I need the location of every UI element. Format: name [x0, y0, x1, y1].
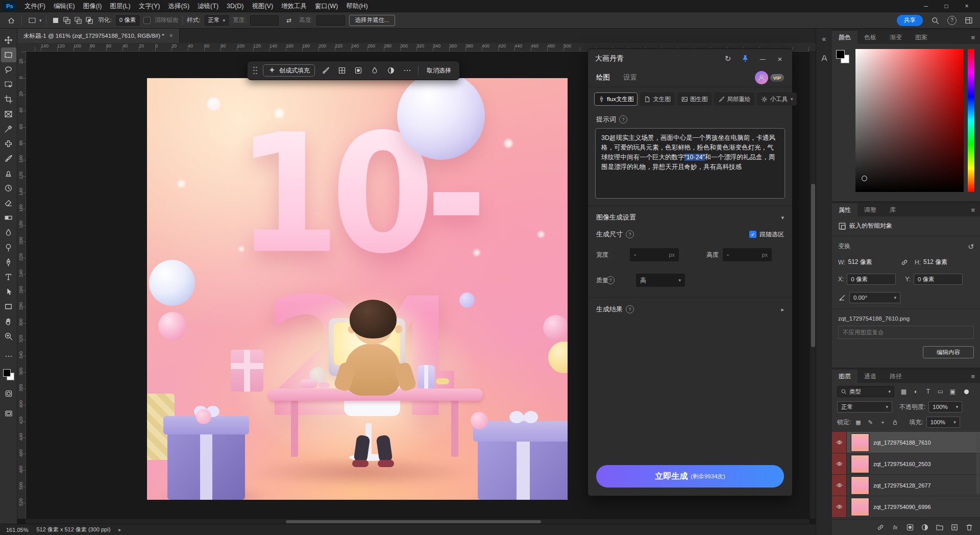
- feather-input[interactable]: 0 像素: [116, 15, 140, 26]
- height-input[interactable]: [316, 15, 345, 26]
- layer-list-scrollbar[interactable]: [976, 433, 979, 494]
- help-icon[interactable]: ?: [947, 16, 957, 25]
- layer-filter-icon[interactable]: T: [924, 387, 933, 396]
- refresh-icon[interactable]: ↻: [723, 54, 733, 64]
- blur-tool[interactable]: [1, 225, 16, 240]
- opacity-input[interactable]: 100% ▾: [928, 401, 962, 412]
- path-selection-tool[interactable]: [1, 284, 16, 299]
- filter-toggle[interactable]: [964, 390, 969, 394]
- x-position-input[interactable]: 0 像素: [847, 274, 896, 285]
- panel-menu-icon[interactable]: ≡: [966, 31, 980, 44]
- mode-tab-2[interactable]: 文生图: [640, 92, 675, 106]
- dodge-tool[interactable]: [1, 240, 16, 255]
- subtract-selection-icon[interactable]: [73, 14, 83, 27]
- menubar-item[interactable]: 滤镜(T): [193, 0, 223, 12]
- delete-layer-icon[interactable]: [965, 523, 974, 532]
- tab-libraries[interactable]: 库: [883, 203, 902, 216]
- rect-marquee-tool[interactable]: [1, 47, 16, 62]
- layer-row[interactable]: zqt_1729754160_2503: [832, 453, 980, 475]
- menubar-item[interactable]: 选择(S): [164, 0, 193, 12]
- home-icon[interactable]: [5, 14, 17, 27]
- fill-input[interactable]: 100% ▾: [926, 417, 960, 428]
- menubar-item[interactable]: 图像(I): [79, 0, 106, 12]
- layer-visibility-toggle[interactable]: [832, 475, 847, 496]
- tab-settings[interactable]: 设置: [623, 73, 637, 82]
- quality-help-icon[interactable]: ?: [606, 276, 615, 284]
- layer-comp-select[interactable]: 不应用图层复合: [838, 326, 974, 339]
- taskbar-mask-icon[interactable]: [353, 65, 364, 76]
- select-and-mask-button[interactable]: 选择并遮住...: [349, 15, 395, 26]
- taskbar-adjustment-icon[interactable]: [385, 65, 397, 76]
- spot-healing-tool[interactable]: [1, 136, 16, 151]
- mode-tab-1[interactable]: flux文生图: [594, 92, 638, 106]
- layer-filter-icon[interactable]: ◐: [912, 387, 920, 396]
- panel-menu-icon[interactable]: ≡: [966, 203, 980, 216]
- tab-swatches[interactable]: 色板: [857, 31, 883, 44]
- menubar-item[interactable]: 文件(F): [20, 0, 50, 12]
- tab-color[interactable]: 颜色: [832, 31, 857, 44]
- prompt-help-icon[interactable]: ?: [619, 115, 627, 124]
- foreground-color-swatch[interactable]: [836, 50, 845, 59]
- mode-tab-4[interactable]: 局部重绘: [714, 92, 754, 106]
- layer-visibility-toggle[interactable]: [832, 432, 847, 453]
- results-section-header[interactable]: 生成结果 ? ▸: [588, 298, 792, 321]
- menubar-item[interactable]: 视图(V): [248, 0, 277, 12]
- deselect-button[interactable]: 取消选择: [424, 66, 454, 76]
- menubar-item[interactable]: 文字(Y): [135, 0, 164, 12]
- tab-draw[interactable]: 绘图: [596, 73, 610, 82]
- pin-icon[interactable]: [740, 54, 750, 64]
- lasso-tool[interactable]: [1, 62, 16, 77]
- screen-mode-button[interactable]: [1, 406, 16, 421]
- type-tool[interactable]: [1, 270, 16, 284]
- link-layers-icon[interactable]: [876, 523, 885, 532]
- clone-stamp-tool[interactable]: [1, 166, 16, 181]
- layer-thumbnail[interactable]: [851, 476, 869, 495]
- layer-thumbnail[interactable]: [851, 433, 869, 452]
- layer-filter-icon[interactable]: ▭: [936, 387, 945, 396]
- quick-mask-button[interactable]: [1, 386, 16, 401]
- minimize-icon[interactable]: ─: [757, 54, 768, 64]
- mode-tab-3[interactable]: 图生图: [677, 92, 712, 106]
- prompt-textarea[interactable]: 3D超现实主义场景，画面中心是一个男孩坐在电脑前，卡通风格，可爱的玩具元素，色彩…: [595, 128, 785, 199]
- tab-channels[interactable]: 通道: [857, 370, 883, 383]
- add-mask-icon[interactable]: [905, 523, 915, 532]
- zoom-tool[interactable]: [1, 329, 16, 344]
- foreground-color-swatch[interactable]: [3, 369, 11, 377]
- foreground-background-swatches[interactable]: [836, 50, 851, 65]
- reset-transform-icon[interactable]: ↺: [968, 242, 974, 251]
- menubar-item[interactable]: 图层(L): [106, 0, 134, 12]
- layer-filter-select[interactable]: 类型 ▾: [837, 386, 894, 397]
- add-selection-icon[interactable]: [62, 14, 72, 27]
- status-chevron-icon[interactable]: ▸: [118, 527, 121, 532]
- layer-visibility-toggle[interactable]: [832, 453, 847, 474]
- generative-fill-button[interactable]: 创成式填充: [263, 64, 315, 77]
- results-help-icon[interactable]: ?: [626, 305, 634, 313]
- close-icon[interactable]: ×: [775, 54, 785, 64]
- layer-filter-icon[interactable]: ▣: [948, 387, 957, 396]
- new-layer-icon[interactable]: [950, 523, 959, 532]
- follow-selection-checkbox[interactable]: ✓: [749, 231, 756, 238]
- gen-width-input[interactable]: -px: [630, 248, 679, 261]
- link-dimensions-icon[interactable]: [900, 258, 909, 266]
- layer-thumbnail[interactable]: [851, 455, 869, 473]
- tool-preset-picker[interactable]: ▾: [26, 14, 42, 27]
- zoom-level[interactable]: 161.05%: [6, 527, 28, 533]
- rectangle-tool[interactable]: [1, 299, 16, 314]
- window-close-button[interactable]: ×: [957, 0, 977, 12]
- gen-height-input[interactable]: -px: [723, 248, 772, 261]
- panel-menu-icon[interactable]: ≡: [966, 370, 980, 383]
- lock-all-icon[interactable]: [891, 418, 899, 426]
- tab-adjustments[interactable]: 调整: [857, 203, 883, 216]
- new-selection-icon[interactable]: [51, 14, 61, 27]
- adjustment-layer-icon[interactable]: [920, 523, 929, 532]
- pen-tool[interactable]: [1, 255, 16, 270]
- layer-effects-icon[interactable]: fx: [891, 523, 900, 532]
- style-select[interactable]: 正常 ▾: [205, 15, 229, 26]
- avatar[interactable]: [755, 71, 768, 84]
- vertical-ruler[interactable]: 2002040608010012014016018020022024026028…: [17, 51, 26, 519]
- width-value[interactable]: 512 像素: [848, 258, 872, 266]
- tab-patterns[interactable]: 图案: [909, 31, 934, 44]
- lock-icon[interactable]: ✎: [866, 418, 874, 426]
- layer-row[interactable]: zqt_1729754090_6996: [832, 496, 980, 518]
- intersect-selection-icon[interactable]: [84, 14, 94, 27]
